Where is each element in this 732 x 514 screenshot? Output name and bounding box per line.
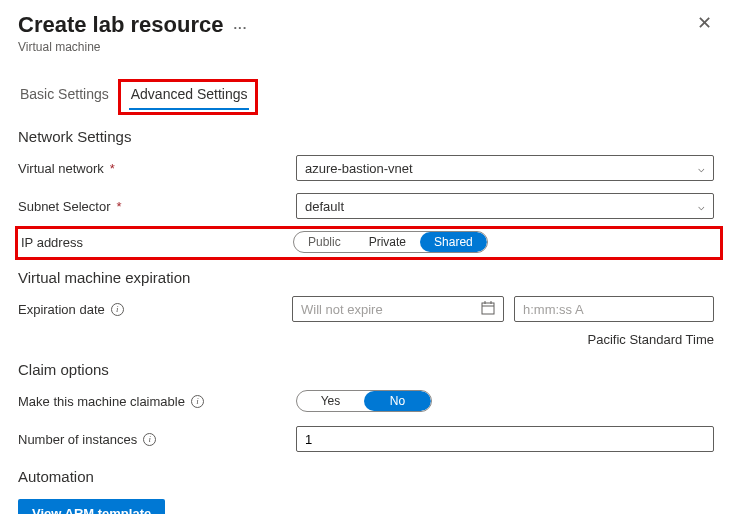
svg-rect-0 — [482, 303, 494, 314]
virtual-network-label: Virtual network* — [18, 161, 296, 176]
tab-bar: Basic Settings Advanced Settings — [18, 82, 714, 110]
expiration-time-input[interactable]: h:mm:ss A — [514, 296, 714, 322]
chevron-down-icon: ⌵ — [698, 200, 705, 213]
claimable-label: Make this machine claimable i — [18, 394, 296, 409]
instances-label: Number of instances i — [18, 432, 296, 447]
info-icon[interactable]: i — [111, 303, 124, 316]
chevron-down-icon: ⌵ — [698, 162, 705, 175]
timezone-label: Pacific Standard Time — [18, 332, 714, 347]
tab-basic-settings[interactable]: Basic Settings — [18, 82, 111, 110]
section-automation: Automation — [18, 468, 714, 485]
page-title: Create lab resource··· — [18, 12, 247, 38]
section-claim-options: Claim options — [18, 361, 714, 378]
subnet-selector-label: Subnet Selector* — [18, 199, 296, 214]
tab-advanced-settings[interactable]: Advanced Settings — [129, 82, 250, 110]
expiration-date-input[interactable]: Will not expire — [292, 296, 504, 322]
view-arm-template-button[interactable]: View ARM template — [18, 499, 165, 514]
expiration-date-label: Expiration date i — [18, 302, 292, 317]
section-vm-expiration: Virtual machine expiration — [18, 269, 714, 286]
ip-option-private[interactable]: Private — [355, 232, 420, 252]
ip-address-label: IP address — [18, 235, 293, 250]
page-subtitle: Virtual machine — [18, 40, 247, 54]
ip-option-public[interactable]: Public — [294, 232, 355, 252]
ip-address-toggle[interactable]: Public Private Shared — [293, 231, 488, 253]
instances-input[interactable] — [296, 426, 714, 452]
close-icon[interactable]: ✕ — [695, 12, 714, 34]
calendar-icon[interactable] — [481, 301, 495, 318]
more-icon[interactable]: ··· — [233, 20, 247, 35]
section-network: Network Settings — [18, 128, 714, 145]
info-icon[interactable]: i — [143, 433, 156, 446]
virtual-network-select[interactable]: azure-bastion-vnet ⌵ — [296, 155, 714, 181]
info-icon[interactable]: i — [191, 395, 204, 408]
ip-option-shared[interactable]: Shared — [420, 232, 487, 252]
claimable-yes[interactable]: Yes — [297, 391, 364, 411]
claimable-toggle[interactable]: Yes No — [296, 390, 432, 412]
claimable-no[interactable]: No — [364, 391, 431, 411]
subnet-selector-select[interactable]: default ⌵ — [296, 193, 714, 219]
